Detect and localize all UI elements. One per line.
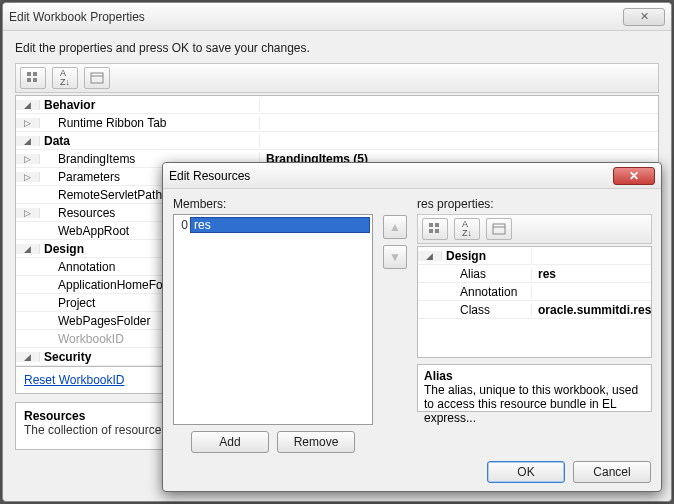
svg-rect-10 (493, 224, 505, 234)
prop-label: Annotation (442, 285, 532, 299)
prop-alias[interactable]: Alias res (418, 265, 651, 283)
button-label: Cancel (593, 465, 630, 479)
sub-property-grid[interactable]: ◢ Design Alias res Annotation (417, 246, 652, 358)
move-down-button[interactable]: ▼ (383, 245, 407, 269)
sub-middle: Members: 0 res Add Remove ▲ ▼ res proper… (173, 197, 651, 453)
collapse-icon[interactable]: ◢ (16, 244, 40, 254)
reorder-column: ▲ ▼ (383, 197, 407, 453)
sort-icon: AZ↓ (462, 220, 472, 238)
ok-button[interactable]: OK (487, 461, 565, 483)
svg-rect-6 (429, 223, 433, 227)
property-pages-button[interactable] (84, 67, 110, 89)
sub-footer: OK Cancel (173, 453, 651, 483)
sort-icon: AZ↓ (60, 69, 70, 87)
main-title: Edit Workbook Properties (9, 10, 145, 24)
members-label: Members: (173, 197, 373, 211)
prop-label: Class (442, 303, 532, 317)
category-label: Design (442, 249, 532, 263)
categorized-button[interactable] (20, 67, 46, 89)
remove-button[interactable]: Remove (277, 431, 355, 453)
close-icon: ✕ (640, 10, 649, 23)
main-hint: Edit the properties and press OK to save… (15, 41, 659, 55)
members-column: Members: 0 res Add Remove (173, 197, 373, 453)
svg-rect-7 (435, 223, 439, 227)
grid-icon (26, 71, 40, 85)
collapse-icon[interactable]: ◢ (418, 251, 442, 261)
sort-az-button[interactable]: AZ↓ (454, 218, 480, 240)
expand-icon[interactable]: ▷ (16, 118, 40, 128)
prop-annotation[interactable]: Annotation (418, 283, 651, 301)
prop-value: res (532, 267, 651, 281)
svg-rect-3 (33, 78, 37, 82)
categorized-button[interactable] (422, 218, 448, 240)
button-label: OK (517, 465, 534, 479)
prop-value: oracle.summitdi.res (532, 303, 651, 317)
sort-az-button[interactable]: AZ↓ (52, 67, 78, 89)
svg-rect-4 (91, 73, 103, 83)
main-titlebar: Edit Workbook Properties ✕ (3, 3, 671, 31)
prop-class[interactable]: Class oracle.summitdi.res (418, 301, 651, 319)
arrow-down-icon: ▼ (389, 250, 401, 264)
prop-runtime-ribbon-tab[interactable]: ▷ Runtime Ribbon Tab (16, 114, 658, 132)
grid-icon (428, 222, 442, 236)
add-button[interactable]: Add (191, 431, 269, 453)
sub-body: Members: 0 res Add Remove ▲ ▼ res proper… (163, 189, 661, 491)
props-label: res properties: (417, 197, 652, 211)
sub-title: Edit Resources (169, 169, 250, 183)
list-item[interactable]: 0 res (176, 217, 370, 233)
category-behavior[interactable]: ◢ Behavior (16, 96, 658, 114)
sub-close-button[interactable]: ✕ (613, 167, 655, 185)
list-item-value[interactable]: res (190, 217, 370, 233)
members-listbox[interactable]: 0 res (173, 214, 373, 425)
prop-label: Runtime Ribbon Tab (40, 116, 260, 130)
category-label: Data (40, 134, 260, 148)
collapse-icon[interactable]: ◢ (16, 352, 40, 362)
prop-label: Alias (442, 267, 532, 281)
expand-icon[interactable]: ▷ (16, 208, 40, 218)
edit-resources-dialog: Edit Resources ✕ Members: 0 res Add Remo… (162, 162, 662, 492)
sub-description-box: Alias The alias, unique to this workbook… (417, 364, 652, 412)
move-up-button[interactable]: ▲ (383, 215, 407, 239)
properties-column: res properties: AZ↓ ◢ Design (417, 197, 652, 453)
cancel-button[interactable]: Cancel (573, 461, 651, 483)
sub-description-text: The alias, unique to this workbook, used… (424, 383, 645, 425)
property-pages-button[interactable] (486, 218, 512, 240)
close-icon: ✕ (629, 169, 639, 183)
main-toolbar: AZ↓ (15, 63, 659, 93)
main-close-button[interactable]: ✕ (623, 8, 665, 26)
collapse-icon[interactable]: ◢ (16, 100, 40, 110)
collapse-icon[interactable]: ◢ (16, 136, 40, 146)
svg-rect-8 (429, 229, 433, 233)
svg-rect-1 (33, 72, 37, 76)
page-icon (492, 223, 506, 235)
button-label: Add (219, 435, 240, 449)
category-design[interactable]: ◢ Design (418, 247, 651, 265)
svg-rect-0 (27, 72, 31, 76)
sub-description-title: Alias (424, 369, 645, 383)
list-item-index: 0 (176, 218, 190, 232)
expand-icon[interactable]: ▷ (16, 154, 40, 164)
sub-toolbar: AZ↓ (417, 214, 652, 244)
sub-titlebar: Edit Resources ✕ (163, 163, 661, 189)
category-label: Behavior (40, 98, 260, 112)
svg-rect-9 (435, 229, 439, 233)
page-icon (90, 72, 104, 84)
reset-workbook-id-link[interactable]: Reset WorkbookID (24, 373, 124, 387)
arrow-up-icon: ▲ (389, 220, 401, 234)
svg-rect-2 (27, 78, 31, 82)
button-label: Remove (294, 435, 339, 449)
category-data[interactable]: ◢ Data (16, 132, 658, 150)
expand-icon[interactable]: ▷ (16, 172, 40, 182)
